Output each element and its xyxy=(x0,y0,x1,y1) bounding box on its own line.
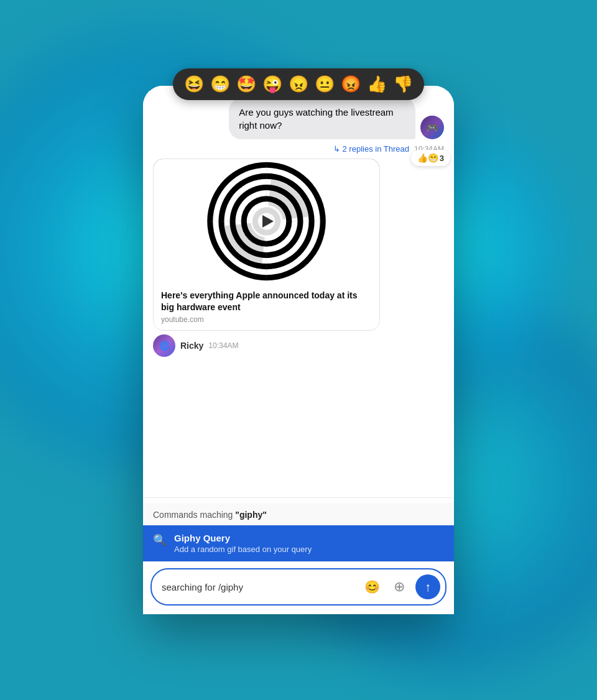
search-icon: 🔍 xyxy=(153,533,167,547)
message-input[interactable] xyxy=(162,582,356,592)
play-button[interactable] xyxy=(251,205,283,237)
command-title: Giphy Query xyxy=(174,533,444,543)
message-bubble-1: Are you guys watching the livestream rig… xyxy=(153,98,444,154)
emoji-angry[interactable]: 😠 xyxy=(289,75,308,94)
add-attachment-button[interactable]: ⊕ xyxy=(388,576,410,598)
emoji-rage[interactable]: 😡 xyxy=(341,75,361,94)
command-suggestion[interactable]: 🔍 Giphy Query Add a random gif based on … xyxy=(143,525,454,561)
link-preview-domain: youtube.com xyxy=(161,315,372,324)
message-link-preview: 👍😁 3 xyxy=(153,159,444,357)
message-sender-row: 🌀 Ricky 10:34AM xyxy=(153,334,238,357)
commands-query: "giphy" xyxy=(235,510,267,520)
reaction-count: 3 xyxy=(440,154,444,163)
emoji-reaction-bar[interactable]: 😆 😁 🤩 😜 😠 😐 😡 👍 👎 xyxy=(173,68,424,100)
link-preview-image xyxy=(154,159,379,283)
commands-area: Commands maching "giphy" xyxy=(143,503,454,525)
section-divider xyxy=(143,497,454,498)
emoji-thumbsdown[interactable]: 👎 xyxy=(393,75,413,94)
emoji-laughing[interactable]: 😆 xyxy=(184,75,204,94)
spiral-visual xyxy=(154,159,379,283)
reaction-badge[interactable]: 👍😁 3 xyxy=(411,150,450,166)
sender-time: 10:34AM xyxy=(208,341,238,350)
phone-card: 😆 😁 🤩 😜 😠 😐 😡 👍 👎 Are you guys watching … xyxy=(143,86,454,614)
link-preview-card[interactable]: Here's everything Apple announced today … xyxy=(153,159,380,331)
emoji-neutral[interactable]: 😐 xyxy=(315,75,335,94)
emoji-thumbsup[interactable]: 👍 xyxy=(367,75,387,94)
command-desc: Add a random gif based on your query xyxy=(174,545,444,554)
command-suggestion-text: Giphy Query Add a random gif based on yo… xyxy=(174,533,444,554)
emoji-wink[interactable]: 😜 xyxy=(262,75,282,94)
link-preview-title: Here's everything Apple announced today … xyxy=(161,290,372,313)
sender-avatar: 🌀 xyxy=(153,334,175,357)
thread-link[interactable]: 2 replies in Thread xyxy=(333,144,409,154)
reaction-emojis: 👍😁 xyxy=(417,153,438,163)
chat-area: Are you guys watching the livestream rig… xyxy=(143,86,454,492)
link-preview-content: Here's everything Apple announced today … xyxy=(154,283,379,330)
commands-label: Commands maching "giphy" xyxy=(153,510,267,520)
emoji-grinning[interactable]: 😁 xyxy=(210,75,230,94)
send-button[interactable] xyxy=(415,574,440,599)
input-area: 😊 ⊕ xyxy=(143,561,454,614)
message-text-1: Are you guys watching the livestream rig… xyxy=(229,98,415,139)
sender-name: Ricky xyxy=(180,341,203,351)
emoji-picker-button[interactable]: 😊 xyxy=(361,576,383,598)
avatar-1: 🎮 xyxy=(420,116,444,139)
input-row: 😊 ⊕ xyxy=(150,568,447,606)
emoji-starstruck[interactable]: 🤩 xyxy=(236,75,256,94)
